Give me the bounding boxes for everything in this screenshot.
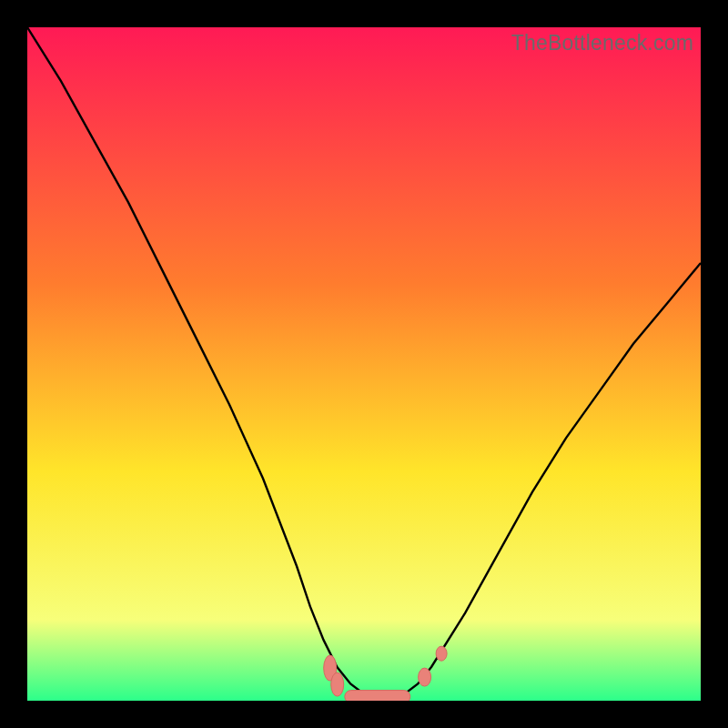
marker-valley bbox=[345, 691, 410, 701]
gradient-background bbox=[27, 27, 701, 701]
marker-left-bottom bbox=[331, 672, 344, 696]
chart-frame: TheBottleneck.com bbox=[27, 27, 701, 701]
marker-right-high bbox=[436, 646, 447, 661]
chart-svg bbox=[27, 27, 701, 701]
watermark-text: TheBottleneck.com bbox=[511, 31, 693, 56]
marker-right-low bbox=[419, 668, 431, 686]
